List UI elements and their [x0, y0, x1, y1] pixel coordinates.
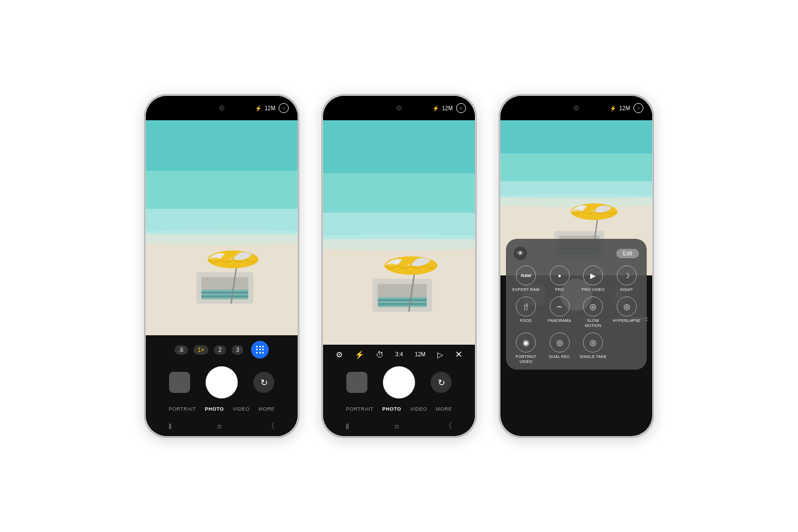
svg-rect-9	[201, 295, 248, 297]
flash-icon-3[interactable]: ⚡	[610, 105, 616, 111]
phone2-top-bar: ⚡ 12M ○	[323, 96, 475, 120]
settings-bar-2: ⚙ ⚡ ⏱ 3:4 12M ▷ ✕	[323, 345, 475, 362]
capture-row-2: ↻	[323, 362, 475, 404]
settings-gear-icon[interactable]: ⚙	[336, 350, 343, 359]
top-icons-2: ⚡ 12M ○	[432, 103, 466, 113]
flash-icon-2[interactable]: ⚡	[432, 105, 439, 111]
zoom-06[interactable]: .6	[175, 345, 188, 355]
camera-viewfinder-1	[146, 120, 298, 335]
gallery-thumbnail-1[interactable]	[169, 372, 190, 393]
more-menu-header: 👁 Edit	[511, 247, 641, 260]
phone-2: ⚡ 12M ○	[321, 94, 477, 438]
food-label: FOOD	[520, 319, 532, 323]
camera-controls-2: ⚙ ⚡ ⏱ 3:4 12M ▷ ✕ ↻ PORTRAIT PHOTO VIDEO…	[323, 345, 475, 416]
flash-icon[interactable]: ⚡	[255, 105, 262, 111]
dots-grid-icon	[256, 346, 264, 354]
back-icon[interactable]: 〈	[267, 421, 275, 431]
single-take-icon: ◎	[583, 332, 603, 352]
mode-tabs-2: PORTRAIT PHOTO VIDEO MORE	[323, 404, 475, 416]
back-icon-2[interactable]: 〈	[444, 421, 452, 431]
mode-expert-raw[interactable]: RAW EXPERT RAW	[511, 265, 541, 292]
slow-motion-icon: ◎	[583, 296, 603, 316]
night-label: NIGHT	[620, 288, 633, 292]
shutter-button-2[interactable]	[383, 366, 415, 398]
phone-3: ⚡ 12M ○	[499, 94, 654, 438]
zoom-1x[interactable]: 1×	[193, 345, 208, 355]
tab-video-1[interactable]: VIDEO	[233, 406, 250, 412]
expert-raw-label: EXPERT RAW	[513, 288, 540, 292]
flip-camera-button-2[interactable]: ↻	[431, 372, 452, 393]
tab-more-1[interactable]: MORE	[259, 406, 275, 412]
mode-hyperlapse[interactable]: ◎ HYPERLAPSE	[612, 296, 642, 328]
tab-photo-2[interactable]: PHOTO	[382, 406, 401, 412]
mode-single-take[interactable]: ◎ SINGLE TAKE	[579, 332, 608, 364]
portrait-video-label: PORTRAITVIDEO	[515, 355, 536, 364]
flip-camera-button-1[interactable]: ↻	[253, 372, 274, 393]
mode-pro[interactable]: ● PRO	[545, 265, 575, 292]
pro-icon: ●	[550, 265, 570, 285]
shutter-button-1[interactable]	[206, 366, 238, 398]
food-icon: 🍴	[516, 296, 536, 316]
svg-point-4	[146, 229, 298, 244]
mode-slow-motion[interactable]: ◎ SLOWMOTION	[579, 296, 608, 328]
svg-rect-21	[378, 303, 427, 305]
nav-bar-2: ⦀ ○ 〈	[323, 416, 475, 436]
front-camera-2	[396, 105, 402, 111]
expert-raw-icon: RAW	[516, 265, 536, 285]
svg-rect-7	[201, 290, 248, 299]
mode-dual-rec[interactable]: ◎ DUAL REC	[545, 332, 575, 364]
front-camera	[219, 105, 224, 111]
phone3-top-bar: ⚡ 12M ○	[500, 96, 652, 120]
dual-rec-icon: ◎	[550, 332, 570, 352]
more-modes-button[interactable]	[251, 341, 269, 359]
megapixels-label-3: 12M	[620, 105, 630, 111]
edit-button[interactable]: Edit	[616, 249, 639, 258]
mode-portrait-video[interactable]: ◉ PORTRAITVIDEO	[511, 332, 541, 364]
panorama-icon: ⌢	[550, 296, 570, 316]
svg-rect-20	[378, 299, 427, 301]
megapixels-label: 12M	[265, 105, 275, 111]
more-modes-grid: RAW EXPERT RAW ● PRO ▶ PRO VIDEO ☽ NIGHT	[511, 265, 641, 364]
settings-icon-2[interactable]: ○	[456, 103, 466, 113]
settings-icon[interactable]: ○	[279, 103, 289, 113]
mode-pro-video[interactable]: ▶ PRO VIDEO	[579, 265, 608, 292]
flash-setting-icon[interactable]: ⚡	[355, 350, 364, 359]
svg-point-16	[323, 234, 475, 250]
settings-icon-3[interactable]: ○	[633, 103, 643, 113]
zoom-bar-1: .6 1× 2 3	[146, 335, 298, 362]
zoom-3[interactable]: 3	[232, 345, 244, 355]
video-icon[interactable]: ▷	[437, 350, 443, 359]
camera-controls-1: .6 1× 2 3 ↻ PORTRAIT	[146, 335, 298, 416]
recent-apps-icon[interactable]: ⦀	[168, 422, 172, 431]
tab-video-2[interactable]: VIDEO	[410, 406, 427, 412]
home-icon-2[interactable]: ○	[395, 422, 399, 431]
eye-icon[interactable]: 👁	[514, 247, 527, 260]
close-settings-button[interactable]: ✕	[455, 349, 462, 360]
aspect-ratio-label[interactable]: 3:4	[395, 351, 403, 357]
zoom-2[interactable]: 2	[214, 345, 226, 355]
tab-portrait-1[interactable]: PORTRAIT	[168, 406, 196, 412]
recent-apps-icon-2[interactable]: ⦀	[346, 422, 349, 431]
svg-point-28	[500, 194, 652, 207]
phone-1: ⚡ 12M ○	[144, 94, 299, 438]
top-icons-3: ⚡ 12M ○	[610, 103, 643, 113]
mode-tabs-1: PORTRAIT PHOTO VIDEO MORE	[146, 404, 298, 416]
tab-more-2[interactable]: MORE	[436, 406, 452, 412]
portrait-video-icon: ◉	[516, 332, 536, 352]
mode-food[interactable]: 🍴 FOOD	[511, 296, 541, 328]
capture-row-1: ↻	[146, 362, 298, 404]
mode-panorama[interactable]: ⌢ PANORAMA	[545, 296, 575, 328]
home-icon[interactable]: ○	[217, 422, 222, 431]
front-camera-3	[574, 105, 579, 111]
pro-label: PRO	[555, 288, 564, 292]
tab-photo-1[interactable]: PHOTO	[205, 406, 224, 412]
phone1-top-bar: ⚡ 12M ○	[146, 96, 298, 120]
camera-viewfinder-2	[323, 120, 475, 345]
hyperlapse-icon: ◎	[617, 296, 637, 316]
mode-night[interactable]: ☽ NIGHT	[612, 265, 642, 292]
tab-portrait-2[interactable]: PORTRAIT	[346, 406, 373, 412]
mp-label[interactable]: 12M	[415, 351, 425, 357]
panorama-label: PANORAMA	[548, 319, 571, 323]
gallery-thumbnail-2[interactable]	[346, 372, 367, 393]
timer-icon[interactable]: ⏱	[376, 350, 383, 359]
